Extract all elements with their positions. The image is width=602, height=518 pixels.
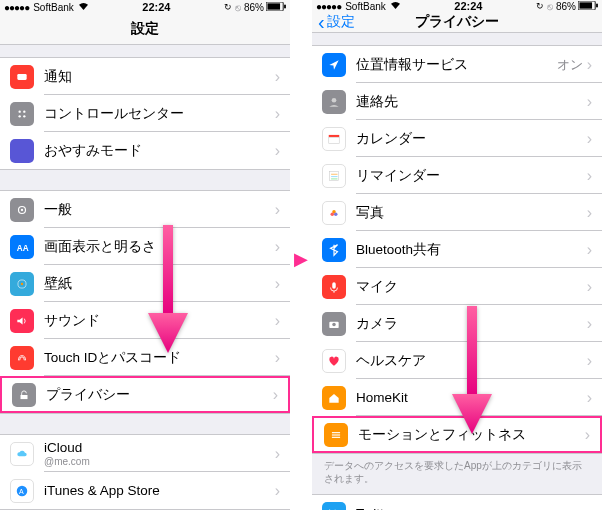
chevron-right-icon: › bbox=[587, 56, 592, 74]
clock: 22:24 bbox=[454, 0, 482, 12]
chevron-right-icon: › bbox=[587, 505, 592, 511]
svg-rect-22 bbox=[329, 171, 338, 180]
row-motion[interactable]: モーションとフィットネス › bbox=[312, 416, 602, 453]
chevron-right-icon: › bbox=[275, 105, 280, 123]
appstore-icon: A bbox=[10, 479, 34, 503]
svg-rect-3 bbox=[17, 74, 26, 80]
chevron-right-icon: › bbox=[587, 204, 592, 222]
chevron-right-icon: › bbox=[275, 482, 280, 500]
privacy-section-2: Twitter › bbox=[312, 494, 602, 510]
svg-rect-20 bbox=[329, 134, 340, 136]
row-control-center[interactable]: コントロールセンター › bbox=[0, 95, 290, 132]
row-photos[interactable]: 写真 › bbox=[312, 194, 602, 231]
row-touchid[interactable]: Touch IDとパスコード › bbox=[0, 339, 290, 376]
chevron-right-icon: › bbox=[587, 278, 592, 296]
camera-icon bbox=[322, 312, 346, 336]
wallpaper-icon bbox=[10, 272, 34, 296]
row-dnd[interactable]: おやすみモード › bbox=[0, 132, 290, 169]
chevron-left-icon: ‹ bbox=[318, 12, 325, 32]
back-label: 設定 bbox=[327, 13, 355, 31]
row-bluetooth[interactable]: Bluetooth共有 › bbox=[312, 231, 602, 268]
row-label: 通知 bbox=[44, 68, 275, 86]
section-footnote: データへのアクセスを要求したAppが上のカテゴリに表示されます。 bbox=[312, 454, 602, 490]
row-reminders[interactable]: リマインダー › bbox=[312, 157, 602, 194]
icloud-icon bbox=[10, 442, 34, 466]
row-label: 壁紙 bbox=[44, 275, 275, 293]
svg-rect-2 bbox=[284, 5, 286, 9]
row-appstore[interactable]: A iTunes & App Store › bbox=[0, 472, 290, 509]
battery-pct: 86% bbox=[556, 1, 576, 12]
chevron-right-icon: › bbox=[585, 426, 590, 444]
row-label: リマインダー bbox=[356, 167, 587, 185]
row-label: iCloud bbox=[44, 440, 275, 455]
navbar-left: 設定 bbox=[0, 15, 290, 45]
page-title: プライバシー bbox=[312, 13, 602, 31]
row-wallpaper[interactable]: 壁紙 › bbox=[0, 265, 290, 302]
homekit-icon bbox=[322, 386, 346, 410]
row-label: 写真 bbox=[356, 204, 587, 222]
row-label: Touch IDとパスコード bbox=[44, 349, 275, 367]
row-homekit[interactable]: HomeKit › bbox=[312, 379, 602, 416]
row-privacy[interactable]: プライバシー › bbox=[0, 376, 290, 413]
back-button[interactable]: ‹ 設定 bbox=[318, 12, 355, 32]
status-bar: ●●●●● SoftBank 22:24 ↻ ⎋ 86% bbox=[0, 0, 290, 15]
chevron-right-icon: › bbox=[587, 389, 592, 407]
row-icloud[interactable]: iCloud@me.com › bbox=[0, 435, 290, 472]
row-value: オン bbox=[557, 56, 583, 74]
row-general[interactable]: 一般 › bbox=[0, 191, 290, 228]
row-location[interactable]: 位置情報サービス オン › bbox=[312, 46, 602, 83]
chevron-right-icon: › bbox=[587, 93, 592, 111]
row-label: Bluetooth共有 bbox=[356, 241, 587, 259]
svg-point-19 bbox=[332, 97, 337, 102]
chevron-right-icon: › bbox=[275, 312, 280, 330]
settings-section: 一般 › AA 画面表示と明るさ › 壁紙 › サウンド › Touch IDと… bbox=[0, 190, 290, 414]
clock: 22:24 bbox=[142, 1, 170, 13]
reminders-icon bbox=[322, 164, 346, 188]
svg-text:A: A bbox=[19, 487, 24, 494]
row-label: サウンド bbox=[44, 312, 275, 330]
chevron-right-icon: › bbox=[587, 167, 592, 185]
health-icon bbox=[322, 349, 346, 373]
bluetooth-icon bbox=[322, 238, 346, 262]
svg-point-28 bbox=[334, 212, 338, 216]
row-label: おやすみモード bbox=[44, 142, 275, 160]
row-calendar[interactable]: カレンダー › bbox=[312, 120, 602, 157]
row-camera[interactable]: カメラ › bbox=[312, 305, 602, 342]
svg-point-5 bbox=[23, 110, 25, 112]
carrier-label: SoftBank bbox=[33, 2, 74, 13]
signal-dots-icon: ●●●●● bbox=[316, 1, 341, 12]
row-notifications[interactable]: 通知 › bbox=[0, 58, 290, 95]
carrier-label: SoftBank bbox=[345, 1, 386, 12]
row-label: HomeKit bbox=[356, 390, 587, 405]
settings-section: 通知 › コントロールセンター › おやすみモード › bbox=[0, 57, 290, 170]
next-arrow-icon: ▶ bbox=[294, 248, 308, 270]
sounds-icon bbox=[10, 309, 34, 333]
row-health[interactable]: ヘルスケア › bbox=[312, 342, 602, 379]
location-icon bbox=[322, 53, 346, 77]
svg-point-9 bbox=[21, 208, 23, 210]
row-twitter[interactable]: Twitter › bbox=[312, 495, 602, 510]
photos-icon bbox=[322, 201, 346, 225]
privacy-screen-right: ●●●●● SoftBank 22:24 ↻ ⎋ 86% ‹ 設定 プライバシー… bbox=[312, 0, 602, 510]
row-mic[interactable]: マイク › bbox=[312, 268, 602, 305]
navbar-right: ‹ 設定 プライバシー bbox=[312, 12, 602, 33]
chevron-right-icon: › bbox=[275, 238, 280, 256]
settings-list-left: 通知 › コントロールセンター › おやすみモード › 一般 › AA 画面表示… bbox=[0, 45, 290, 510]
chevron-right-icon: › bbox=[275, 445, 280, 463]
status-bar: ●●●●● SoftBank 22:24 ↻ ⎋ 86% bbox=[312, 0, 602, 12]
row-label: 連絡先 bbox=[356, 93, 587, 111]
page-title: 設定 bbox=[0, 20, 290, 38]
row-sounds[interactable]: サウンド › bbox=[0, 302, 290, 339]
chevron-right-icon: › bbox=[587, 315, 592, 333]
row-label: コントロールセンター bbox=[44, 105, 275, 123]
chevron-right-icon: › bbox=[275, 201, 280, 219]
row-contacts[interactable]: 連絡先 › bbox=[312, 83, 602, 120]
row-sublabel: @me.com bbox=[44, 456, 275, 467]
svg-rect-13 bbox=[21, 395, 28, 399]
svg-point-27 bbox=[331, 212, 335, 216]
row-display[interactable]: AA 画面表示と明るさ › bbox=[0, 228, 290, 265]
svg-point-4 bbox=[19, 110, 21, 112]
signal-dots-icon: ●●●●● bbox=[4, 2, 29, 13]
svg-point-32 bbox=[332, 322, 336, 326]
chevron-right-icon: › bbox=[275, 142, 280, 160]
